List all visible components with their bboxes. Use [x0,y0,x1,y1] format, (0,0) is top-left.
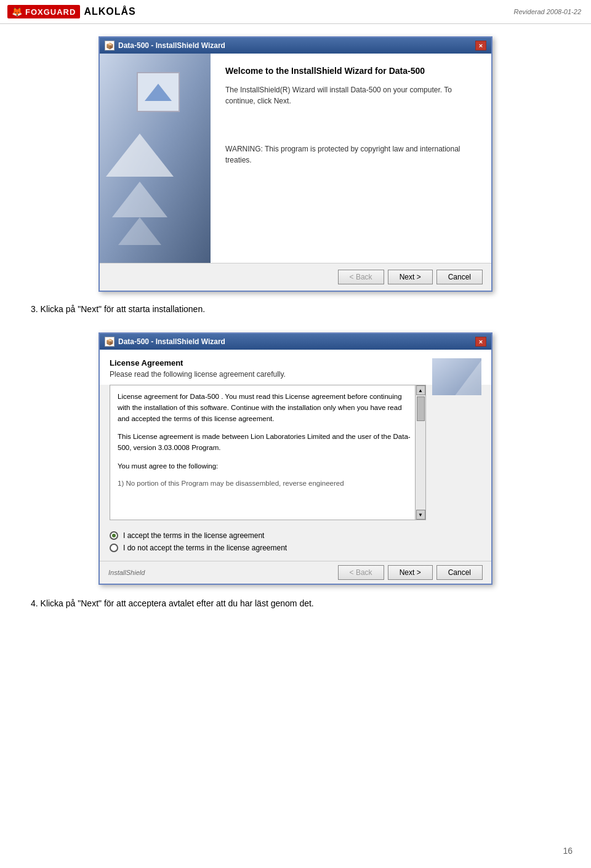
scroll-up-button[interactable]: ▲ [416,385,425,395]
radio-accept-label: I accept the terms in the license agreem… [123,531,264,540]
dialog-icon: 📦 [105,41,115,50]
logo-area: 🦊 FOXGUARD ALKOLÅS [7,5,136,18]
radio-accept[interactable]: I accept the terms in the license agreem… [110,531,481,540]
license-para-1: License agreement for Data-500 . You mus… [118,392,412,424]
page-number: 16 [563,846,573,856]
license-text-box: License agreement for Data-500 . You mus… [110,385,426,520]
license-dialog-titlebar: 📦 Data-500 - InstallShield Wizard × [100,334,491,350]
fox-icon: 🦊 [12,7,23,17]
license-scrollbar[interactable]: ▲ ▼ [415,385,425,520]
license-header-art [432,358,481,395]
radio-accept-input[interactable] [110,531,118,540]
welcome-next-button[interactable]: Next > [388,270,433,284]
license-section-subtitle: Please read the following license agreem… [110,370,481,379]
triangle-1 [106,134,174,177]
welcome-left-panel [100,54,211,263]
instruction-4: 4. Klicka på "Next" för att acceptera av… [25,597,566,610]
license-close-button[interactable]: × [475,337,486,347]
radio-decline-input[interactable] [110,544,118,552]
triangle-2 [112,182,167,217]
license-footer-buttons: < Back Next > Cancel [338,565,483,580]
license-radio-area: I accept the terms in the license agreem… [100,526,491,561]
page-content: 📦 Data-500 - InstallShield Wizard × We [0,24,591,635]
license-para-3: You must agree to the following: [118,461,412,472]
license-text-content: License agreement for Data-500 . You mus… [110,385,425,496]
license-next-button[interactable]: Next > [388,565,433,580]
radio-decline-label: I do not accept the terms in the license… [123,544,287,552]
license-para-2: This License agreement is made between L… [118,432,412,454]
welcome-description: The InstallShield(R) Wizard will install… [225,84,476,106]
license-dialog-footer: InstallShield < Back Next > Cancel [100,561,491,584]
thumb-triangle [145,84,172,101]
welcome-dialog-title: Data-500 - InstallShield Wizard [118,41,225,50]
welcome-warning: WARNING: This program is protected by co… [225,143,476,166]
radio-decline[interactable]: I do not accept the terms in the license… [110,544,481,552]
welcome-thumbnail [137,72,180,112]
welcome-back-button[interactable]: < Back [338,270,384,284]
brand-text: ALKOLÅS [84,6,135,17]
welcome-title: Welcome to the InstallShield Wizard for … [225,66,476,76]
lic-triangle [451,358,481,395]
scroll-down-button[interactable]: ▼ [416,510,425,520]
license-dialog-title: Data-500 - InstallShield Wizard [118,337,225,346]
license-section-title: License Agreement [110,358,481,368]
license-para-4: 1) No portion of this Program may be dis… [118,478,412,489]
page-header: 🦊 FOXGUARD ALKOLÅS Reviderad 2008-01-22 [0,0,591,24]
instruction-3: 3. Klicka på "Next" för att starta insta… [25,304,566,314]
scroll-thumb[interactable] [417,396,425,421]
welcome-cancel-button[interactable]: Cancel [436,270,483,284]
revision-text: Reviderad 2008-01-22 [514,8,581,15]
welcome-dialog-footer: < Back Next > Cancel [100,263,491,291]
license-cancel-button[interactable]: Cancel [436,565,483,580]
license-dialog-icon: 📦 [105,337,115,347]
welcome-close-button[interactable]: × [475,41,486,50]
installshield-label: InstallShield [108,569,145,576]
license-dialog: 📦 Data-500 - InstallShield Wizard × Lice… [98,332,492,585]
license-header: License Agreement Please read the follow… [100,350,491,385]
triangle-3 [118,217,161,245]
welcome-right-panel: Welcome to the InstallShield Wizard for … [211,54,491,263]
instruction-3-text: 3. Klicka på "Next" för att starta insta… [31,304,205,314]
license-title-left: 📦 Data-500 - InstallShield Wizard [105,337,225,347]
title-left: 📦 Data-500 - InstallShield Wizard [105,41,225,50]
foxguard-logo: 🦊 FOXGUARD [7,5,80,18]
welcome-body: Welcome to the InstallShield Wizard for … [100,54,491,263]
foxguard-text: FOXGUARD [25,7,76,17]
instruction-4-text: 4. Klicka på "Next" för att acceptera av… [31,598,314,608]
welcome-dialog: 📦 Data-500 - InstallShield Wizard × We [98,36,492,292]
welcome-dialog-titlebar: 📦 Data-500 - InstallShield Wizard × [100,38,491,54]
license-back-button[interactable]: < Back [338,565,384,580]
decorative-triangles [106,134,174,245]
